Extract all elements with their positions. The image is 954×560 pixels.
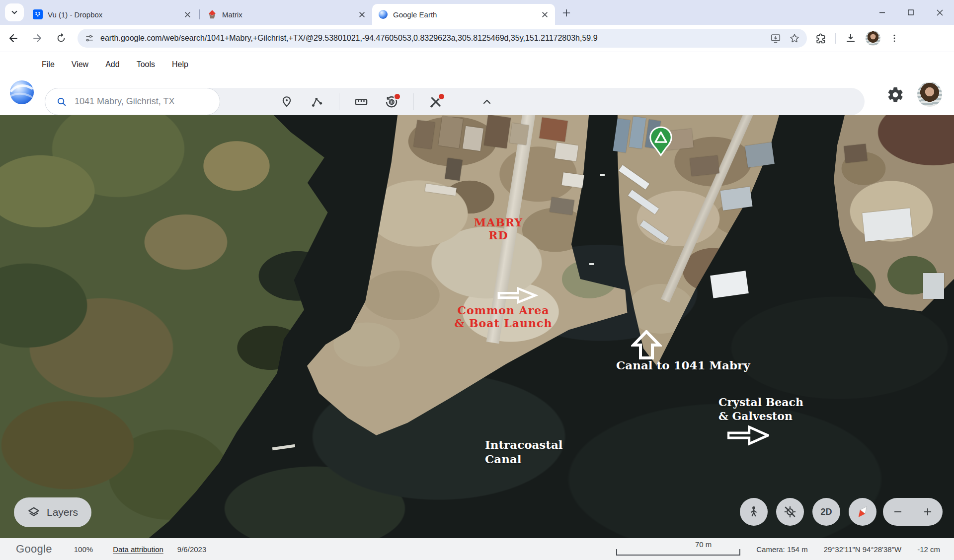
path-icon[interactable] — [309, 93, 325, 110]
building — [628, 190, 659, 214]
arrow-right-crystal-beach — [727, 424, 769, 446]
building — [844, 144, 867, 163]
earth-profile-avatar[interactable] — [917, 82, 942, 107]
profile-avatar[interactable] — [866, 31, 880, 46]
historical-imagery-icon[interactable] — [383, 93, 400, 110]
dropbox-icon — [33, 9, 43, 19]
menu-tools[interactable]: Tools — [137, 60, 155, 69]
search-icon — [56, 96, 67, 107]
close-icon[interactable] — [539, 9, 550, 20]
ruler-icon[interactable] — [353, 93, 370, 110]
close-window-button[interactable] — [925, 0, 954, 25]
building — [509, 123, 529, 145]
building — [720, 187, 753, 210]
scale-label: 70 m — [695, 540, 712, 549]
toolbar-right — [815, 31, 899, 46]
menu-kebab-icon[interactable] — [889, 33, 899, 43]
tab-google-earth[interactable]: Google Earth — [372, 4, 555, 25]
menu-view[interactable]: View — [72, 60, 88, 69]
toolbar-divider — [339, 93, 339, 110]
placemark-pin[interactable] — [649, 126, 672, 157]
settings-gear-icon[interactable] — [884, 84, 906, 106]
zoom-controls — [883, 498, 943, 526]
window-controls — [868, 0, 954, 25]
building — [613, 119, 631, 153]
tab-matrix[interactable]: Matrix — [201, 4, 372, 25]
label-line: Intracoastal — [485, 437, 563, 452]
2d-mode-button[interactable]: 2D — [812, 498, 840, 526]
arrow-up-canal — [631, 330, 662, 360]
pegman-button[interactable] — [740, 498, 768, 526]
scale-bracket — [616, 549, 740, 556]
google-earth-logo[interactable] — [9, 80, 34, 105]
data-attribution-link[interactable]: Data attribution — [113, 545, 163, 554]
imagery-date: 9/6/2023 — [177, 545, 206, 554]
building — [445, 158, 463, 181]
label-line: MABRY — [461, 216, 536, 229]
download-icon[interactable] — [845, 32, 857, 44]
label-line: Canal — [485, 452, 563, 466]
building — [561, 172, 584, 188]
building — [555, 142, 578, 161]
search-input[interactable]: 1041 Mabry, Gilchrist, TX — [45, 88, 220, 115]
label-line: Common Area — [446, 304, 560, 317]
tab-dropbox[interactable]: Vu (1) - Dropbox — [27, 4, 198, 25]
minimize-button[interactable] — [868, 0, 896, 25]
map-viewport[interactable]: MABRY RD Common Area & Boat Launch Canal… — [0, 115, 954, 538]
building — [862, 208, 913, 242]
building — [463, 126, 483, 151]
status-bar: Google 100% Data attribution 9/6/2023 70… — [0, 538, 954, 560]
reload-button[interactable] — [51, 28, 72, 49]
zoom-in-button[interactable] — [917, 501, 939, 523]
location-pin-icon[interactable] — [278, 93, 295, 110]
earth-menubar: File View Add Tools Help — [0, 52, 954, 69]
label-crystal-beach: Crystal Beach & Galveston — [718, 395, 803, 423]
earth-header: File View Add Tools Help 1041 Mabry, Gil… — [0, 52, 954, 115]
menu-help[interactable]: Help — [172, 60, 188, 69]
label-line: RD — [461, 229, 536, 242]
label-mabry-rd: MABRY RD — [461, 216, 536, 242]
layers-icon — [27, 506, 40, 519]
elevation: -12 cm — [917, 545, 940, 554]
bookmark-star-icon[interactable] — [789, 33, 800, 44]
sketch-tools-icon[interactable] — [427, 93, 444, 110]
building — [484, 115, 511, 148]
chevron-down-icon — [10, 8, 19, 17]
building — [438, 116, 463, 148]
status-right: 70 m Camera: 154 m 29°32'11"N 94°28'38"W… — [616, 542, 954, 557]
compass-button[interactable] — [849, 498, 876, 526]
extensions-icon[interactable] — [815, 33, 826, 44]
tab-divider — [199, 9, 200, 19]
site-settings-icon[interactable] — [84, 33, 94, 43]
notification-badge — [438, 93, 445, 100]
zoom-out-button[interactable] — [887, 501, 909, 523]
2d-label: 2D — [820, 507, 832, 517]
notification-badge — [394, 93, 401, 100]
close-icon[interactable] — [182, 9, 193, 20]
zoom-level: 100% — [74, 545, 93, 554]
tab-search-button[interactable] — [5, 3, 24, 21]
browser-toolbar: earth.google.com/web/search/1041+Mabry,+… — [0, 25, 954, 52]
back-button[interactable] — [3, 28, 24, 49]
layers-button[interactable]: Layers — [14, 497, 91, 527]
arrow-right-common-area — [494, 287, 540, 304]
toolbar-divider — [413, 93, 414, 110]
sun-toggle-button[interactable] — [776, 498, 804, 526]
label-line: & Galveston — [718, 409, 803, 423]
install-icon[interactable] — [770, 33, 781, 44]
url-bar[interactable]: earth.google.com/web/search/1041+Mabry,+… — [78, 29, 807, 48]
label-line: Crystal Beach — [718, 395, 803, 409]
menu-add[interactable]: Add — [105, 60, 119, 69]
forward-button[interactable] — [27, 28, 48, 49]
building — [550, 197, 574, 215]
label-line: Canal to 1041 Mabry — [616, 358, 750, 372]
maximize-button[interactable] — [896, 0, 925, 25]
collapse-toolbar-icon[interactable] — [478, 93, 495, 110]
menu-file[interactable]: File — [42, 60, 55, 69]
close-icon[interactable] — [356, 9, 367, 20]
building — [619, 165, 649, 189]
tab-title: Vu (1) - Dropbox — [48, 10, 177, 19]
new-tab-button[interactable] — [559, 5, 574, 20]
url-text[interactable]: earth.google.com/web/search/1041+Mabry,+… — [100, 34, 765, 43]
earth-tool-icons — [278, 88, 495, 115]
